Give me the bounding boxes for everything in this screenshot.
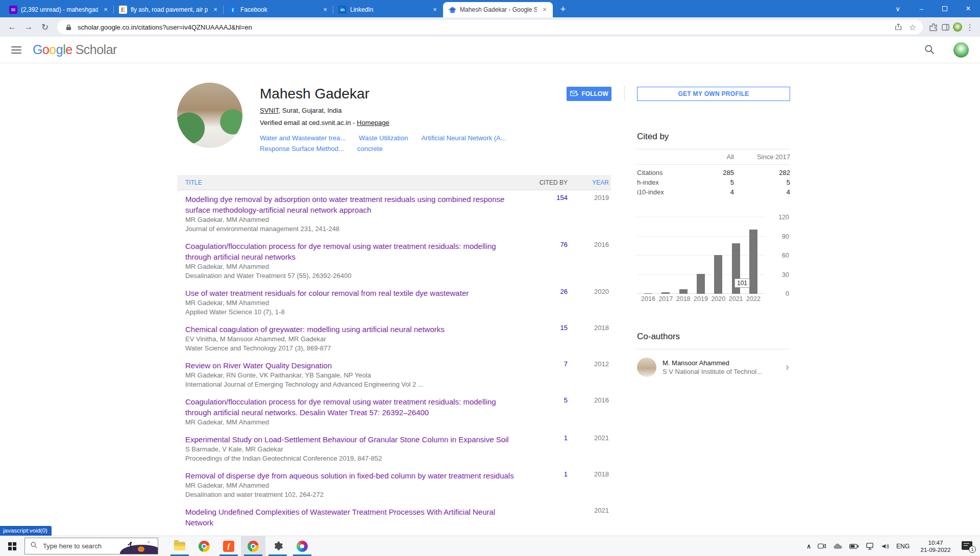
close-tab-icon[interactable]: × bbox=[211, 6, 219, 14]
share-icon[interactable] bbox=[893, 22, 903, 32]
cited-by-count-link[interactable]: 15 bbox=[519, 324, 568, 332]
publication-venue: Desalination and Water Treatment 57 (55)… bbox=[185, 271, 519, 281]
publication-title-link[interactable]: Removal of disperse dye from aqueous sol… bbox=[185, 470, 519, 481]
affiliation-link[interactable]: SVNIT bbox=[260, 107, 279, 114]
language-indicator[interactable]: ENG bbox=[896, 543, 910, 550]
follow-button[interactable]: FOLLOW bbox=[567, 87, 611, 101]
meet-now-icon[interactable] bbox=[818, 543, 826, 549]
scholar-wordmark: Scholar bbox=[76, 42, 117, 57]
google-letter: e bbox=[65, 42, 72, 57]
browser-tab-linkedin[interactable]: in LinkedIn × bbox=[333, 2, 443, 17]
new-tab-button[interactable]: + bbox=[556, 2, 570, 16]
minimize-button[interactable]: – bbox=[910, 0, 933, 17]
system-tray: ∧ ENG 10:47 21-09-2022 1 bbox=[806, 536, 980, 556]
coauthor-item[interactable]: M. Mansoor Ahammed S V National Institut… bbox=[637, 358, 790, 377]
onedrive-cloud-icon[interactable] bbox=[833, 543, 843, 549]
taskbar-search-box[interactable]: Type here to search ✦ bbox=[24, 538, 158, 554]
cited-by-count-link[interactable]: 5 bbox=[519, 396, 568, 404]
close-tab-icon[interactable]: × bbox=[321, 6, 329, 14]
forward-button[interactable]: → bbox=[21, 20, 36, 34]
publication-title-link[interactable]: Modelling dye removal by adsorption onto… bbox=[185, 194, 519, 215]
account-avatar[interactable] bbox=[953, 42, 969, 58]
network-icon[interactable] bbox=[866, 543, 875, 550]
close-tab-icon[interactable]: × bbox=[541, 6, 549, 14]
google-letter: g bbox=[56, 42, 63, 57]
battery-icon[interactable] bbox=[849, 543, 860, 549]
cited-by-title[interactable]: Cited by bbox=[637, 132, 790, 142]
taskbar-file-explorer[interactable] bbox=[167, 536, 192, 556]
scholar-logo[interactable]: GoogleScholar bbox=[33, 42, 117, 57]
chart-bar[interactable] bbox=[662, 292, 670, 294]
bookmark-star-icon[interactable]: ☆ bbox=[908, 22, 918, 32]
search-icon[interactable] bbox=[924, 44, 936, 56]
publication-title-link[interactable]: Coagulation/flocculation process for dye… bbox=[185, 241, 519, 262]
chart-bar[interactable] bbox=[679, 289, 688, 294]
taskbar-apps: f bbox=[167, 536, 314, 556]
close-window-button[interactable]: × bbox=[957, 0, 980, 17]
browser-tab-mail[interactable]: ✉ (2,392 unread) - maheshgadekar × bbox=[4, 2, 114, 17]
interest-tag[interactable]: Water and Wastewater trea... bbox=[260, 133, 346, 143]
chart-bar[interactable] bbox=[714, 255, 722, 294]
interest-tag[interactable]: Response Surface Method... bbox=[260, 144, 344, 154]
chart-bar[interactable] bbox=[644, 293, 652, 294]
cited-by-count-link[interactable]: 154 bbox=[519, 194, 568, 201]
browser-tab-journal[interactable]: E fly ash, road pavement, air pollut × bbox=[114, 2, 224, 17]
interest-tag[interactable]: Waste Utilization bbox=[359, 133, 408, 143]
publication-title-link[interactable]: Chemical coagulation of greywater: model… bbox=[185, 324, 519, 335]
publication-title-link[interactable]: Experimental Study on Load-Settlement Be… bbox=[185, 434, 519, 445]
taskbar-foxit-pdf[interactable]: f bbox=[216, 536, 241, 556]
cited-by-count-link[interactable]: 1 bbox=[519, 434, 568, 442]
taskbar-paint-3d[interactable] bbox=[290, 536, 314, 556]
sort-by-citations[interactable]: CITED BY bbox=[519, 179, 568, 186]
close-tab-icon[interactable]: × bbox=[431, 6, 439, 14]
profile-photo[interactable] bbox=[177, 83, 242, 148]
browser-tab-scholar-active[interactable]: Mahesh Gadekar - Google Schol × bbox=[443, 2, 553, 17]
tab-search-chevron-icon[interactable]: ∨ bbox=[886, 0, 910, 17]
browser-tab-facebook[interactable]: f Facebook × bbox=[224, 2, 333, 17]
close-tab-icon[interactable]: × bbox=[102, 6, 110, 14]
notification-center-icon[interactable]: 1 bbox=[962, 541, 975, 552]
side-panel-icon[interactable] bbox=[940, 22, 950, 32]
publication-title-link[interactable]: Review on River Water Quality Designatio… bbox=[185, 360, 519, 371]
publication-authors: EV Vinitha, M Mansoor Ahammed, MR Gadeka… bbox=[185, 335, 519, 344]
taskbar-chrome[interactable] bbox=[192, 536, 216, 556]
homepage-link[interactable]: Homepage bbox=[357, 119, 389, 127]
publication-title-link[interactable]: Use of water treatment residuals for col… bbox=[185, 288, 519, 298]
url-text[interactable]: scholar.google.co.in/citations?user=iv4Q… bbox=[78, 23, 889, 31]
chart-bar[interactable] bbox=[697, 274, 705, 294]
extensions-puzzle-icon[interactable] bbox=[928, 22, 938, 32]
publication-title-link[interactable]: Coagulation/flocculation process for dye… bbox=[185, 396, 519, 418]
coauthor-name[interactable]: M. Mansoor Ahammed bbox=[663, 359, 785, 367]
hamburger-menu-icon[interactable] bbox=[11, 46, 21, 54]
reload-button[interactable]: ↻ bbox=[38, 20, 52, 34]
search-highlight-illustration[interactable]: ✦ bbox=[116, 538, 158, 554]
coauthor-affiliation: S V National Institute of Technol... bbox=[663, 368, 785, 375]
cited-by-count-link[interactable]: 1 bbox=[519, 470, 568, 478]
chevron-right-icon[interactable]: › bbox=[785, 361, 790, 374]
address-bar[interactable]: scholar.google.co.in/citations?user=iv4Q… bbox=[57, 20, 923, 34]
restore-button[interactable] bbox=[933, 0, 957, 17]
publication-title-link[interactable]: Modeling Undefined Complexities of Waste… bbox=[185, 507, 519, 528]
browser-menu-icon[interactable]: ⋮ bbox=[965, 22, 975, 32]
get-my-own-profile-button[interactable]: GET MY OWN PROFILE bbox=[637, 87, 790, 101]
stat-row-i10-index: i10-index 4 4 bbox=[637, 187, 790, 197]
volume-icon[interactable] bbox=[881, 543, 890, 550]
start-button[interactable] bbox=[0, 536, 24, 556]
cited-by-count-link[interactable]: 7 bbox=[519, 360, 568, 368]
cited-by-count-link[interactable]: 26 bbox=[519, 288, 568, 295]
chart-xtick-label: 2017 bbox=[658, 295, 673, 302]
sort-by-title[interactable]: TITLE bbox=[185, 179, 519, 186]
clock[interactable]: 10:47 21-09-2022 bbox=[916, 539, 955, 553]
extension-avatar-icon[interactable] bbox=[952, 22, 963, 32]
taskbar-settings[interactable] bbox=[265, 536, 290, 556]
chart-bar[interactable] bbox=[749, 230, 757, 294]
taskbar-chrome-2[interactable] bbox=[241, 536, 265, 556]
affiliation-text: , Surat, Gujarat, India bbox=[279, 107, 342, 114]
cited-by-count-link[interactable]: 76 bbox=[519, 241, 568, 248]
interest-tag[interactable]: Artificial Neural Network (A... bbox=[421, 133, 506, 143]
sort-by-year[interactable]: YEAR bbox=[568, 179, 611, 186]
window-controls: ∨ – × bbox=[886, 0, 980, 17]
tray-chevron-up-icon[interactable]: ∧ bbox=[806, 543, 811, 550]
back-button[interactable]: ← bbox=[5, 20, 19, 34]
interest-tag[interactable]: concrete bbox=[357, 144, 383, 154]
